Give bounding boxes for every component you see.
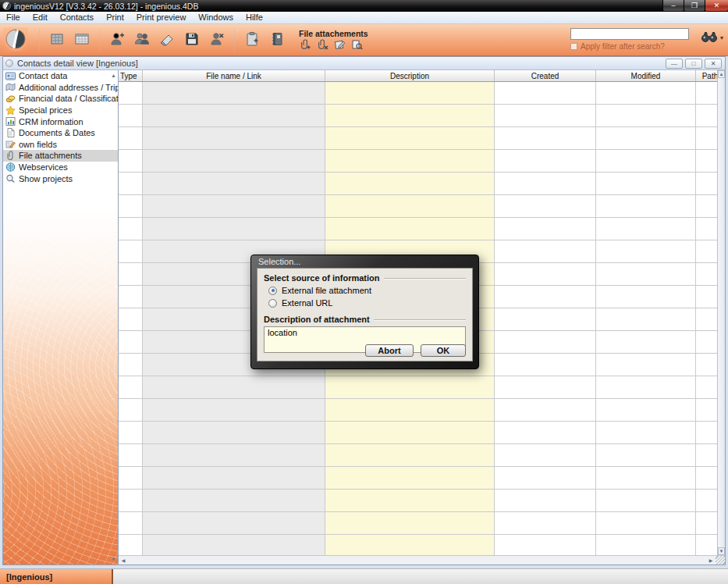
scroll-right-button[interactable]: ▶: [706, 556, 716, 564]
table-cell: [596, 354, 696, 376]
table-row[interactable]: [119, 173, 717, 195]
column-header-description[interactable]: Description: [325, 70, 495, 81]
menu-item-hilfe[interactable]: Hilfe: [240, 12, 269, 22]
abort-button[interactable]: Abort: [365, 344, 414, 357]
table-row[interactable]: [119, 376, 717, 399]
menu-item-windows[interactable]: Windows: [192, 12, 240, 22]
radio-option-external-url[interactable]: External URL: [268, 298, 466, 308]
table-row[interactable]: [119, 105, 717, 127]
save-button[interactable]: [181, 29, 203, 51]
menu-item-print[interactable]: Print: [100, 12, 130, 22]
sidebar-scroll-up[interactable]: ▲: [111, 73, 116, 78]
table-row[interactable]: [119, 399, 717, 422]
sidebar-scroll-down[interactable]: ▼: [111, 557, 116, 562]
doc-close-button[interactable]: ✕: [705, 59, 722, 69]
table-cell: [325, 105, 495, 126]
sidebar-item-documents-dates[interactable]: Documents & Dates: [3, 127, 118, 139]
sidebar-item-own-fields[interactable]: own fields: [3, 139, 118, 151]
coins-icon: [5, 94, 16, 103]
sidebar-item-special-prices[interactable]: Special prices: [3, 105, 118, 116]
table-cell: [119, 331, 143, 353]
radio-label: External URL: [282, 298, 332, 308]
ok-button[interactable]: OK: [421, 344, 466, 357]
maximize-button[interactable]: ❐: [684, 0, 705, 11]
menu-item-edit[interactable]: Edit: [27, 12, 54, 22]
vertical-scrollbar[interactable]: ▲ ▼: [717, 70, 725, 555]
table-row[interactable]: [119, 195, 717, 218]
edit-attachment-button[interactable]: [333, 39, 346, 51]
calendar-view-button[interactable]: [71, 29, 93, 51]
table-cell: [696, 354, 717, 376]
table-cell: [696, 444, 717, 466]
add-attachment-button[interactable]: [299, 39, 312, 51]
table-row[interactable]: [119, 82, 717, 105]
column-header-modified[interactable]: Modified: [596, 70, 696, 81]
doc-minimize-button[interactable]: —: [666, 59, 683, 69]
sidebar-item-contact-data[interactable]: Contact data: [3, 70, 118, 82]
sidebar-item-additional-addresses-trips[interactable]: Additional addresses / Trips: [3, 82, 118, 94]
table-row[interactable]: [119, 490, 717, 512]
contacts-button[interactable]: [131, 29, 153, 51]
magnifier-icon: [5, 174, 16, 183]
eraser-button[interactable]: [156, 29, 178, 51]
document-window-icon: [5, 59, 13, 67]
table-row[interactable]: [119, 444, 717, 467]
sidebar-item-crm-information[interactable]: CRM information: [3, 116, 118, 127]
preview-attachment-button[interactable]: [350, 39, 364, 51]
document-titlebar[interactable]: Contacts detail view [Ingenious] — □ ✕: [3, 57, 725, 70]
column-header-file-name-link[interactable]: File name / Link: [143, 70, 325, 81]
close-button[interactable]: ✕: [705, 0, 728, 11]
menu-item-print-preview[interactable]: Print preview: [130, 12, 193, 22]
table-row[interactable]: [119, 150, 717, 173]
scroll-down-button[interactable]: ▼: [718, 547, 725, 555]
table-row[interactable]: [119, 467, 717, 490]
sidebar-item-file-attachments[interactable]: File attachments: [3, 150, 118, 162]
delete-contact-button[interactable]: [206, 29, 228, 51]
radio-option-external-file-attachment[interactable]: External file attachment: [268, 286, 466, 295]
doc-maximize-button[interactable]: □: [685, 59, 702, 69]
preview-attachment-icon: [351, 39, 363, 52]
sidebar-item-financial-data-classification[interactable]: Financial data / Classification: [3, 93, 118, 105]
sidebar-item-webservices[interactable]: Webservices: [3, 162, 118, 173]
ingenious-logo-button[interactable]: [3, 27, 28, 52]
menu-item-file[interactable]: File: [0, 12, 27, 22]
column-header-created[interactable]: Created: [495, 70, 596, 81]
delete-attachment-button[interactable]: [316, 39, 329, 51]
table-cell: [696, 331, 717, 353]
column-header-type[interactable]: Type: [119, 70, 143, 81]
table-row[interactable]: [119, 218, 717, 240]
resize-grip[interactable]: [716, 556, 725, 564]
table-cell: [696, 286, 717, 308]
table-cell: [325, 490, 495, 511]
scroll-up-button[interactable]: ▲: [718, 70, 725, 78]
table-row[interactable]: [119, 512, 717, 535]
table-row[interactable]: [119, 422, 717, 444]
horizontal-scrollbar[interactable]: ◀ ▶: [119, 555, 725, 564]
add-contact-button[interactable]: [106, 29, 128, 51]
search-input[interactable]: [570, 28, 689, 40]
status-segment: [Ingenious]: [0, 569, 113, 584]
radio-button[interactable]: [268, 287, 277, 295]
table-cell: [696, 376, 717, 398]
minimize-button[interactable]: –: [662, 0, 684, 11]
grid-view-button[interactable]: [46, 29, 68, 51]
search-binoculars-button[interactable]: [701, 30, 718, 45]
table-cell: [495, 105, 596, 126]
radio-button[interactable]: [268, 299, 277, 308]
table-row[interactable]: [119, 535, 717, 555]
paperclip-icon: [5, 151, 16, 160]
table-cell: [119, 263, 143, 285]
apply-filter-checkbox[interactable]: [570, 43, 577, 50]
address-book-button[interactable]: [266, 29, 288, 51]
scroll-left-button[interactable]: ◀: [119, 556, 128, 564]
table-cell: [495, 376, 596, 398]
table-cell: [596, 399, 696, 421]
table-row[interactable]: [119, 127, 717, 150]
search-dropdown-caret[interactable]: ▾: [720, 34, 723, 41]
menu-item-contacts[interactable]: Contacts: [54, 12, 100, 22]
sidebar-item-show-projects[interactable]: Show projects: [3, 173, 118, 184]
table-cell: [119, 173, 143, 194]
table-cell: [696, 399, 717, 421]
clipboard-add-button[interactable]: [241, 29, 263, 51]
table-cell: [119, 82, 143, 104]
